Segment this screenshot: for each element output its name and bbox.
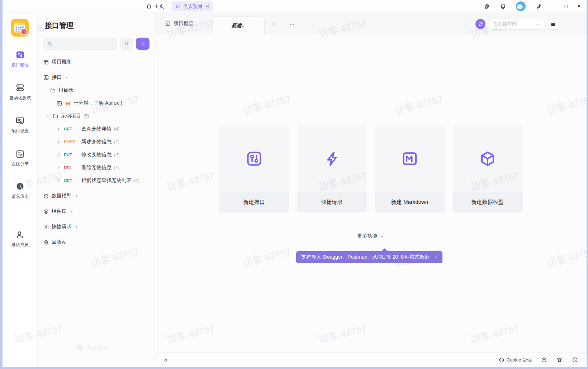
method-badge: GET — [64, 127, 79, 131]
history-help-icon[interactable] — [572, 357, 578, 363]
pin-icon[interactable] — [535, 3, 542, 10]
card-new-data-model[interactable]: 新建数据模型 — [452, 125, 523, 212]
notifications-bell-icon[interactable] — [500, 3, 506, 10]
tree-label: 接口 — [52, 74, 62, 81]
tooltip-close-icon[interactable]: × — [435, 255, 437, 260]
online-share-icon — [15, 149, 25, 159]
refresh-icon — [478, 21, 483, 27]
maximize-button[interactable]: □ — [564, 3, 567, 9]
cube-icon — [452, 125, 523, 192]
rail-item-label: 自动化测试 — [9, 95, 31, 101]
settings-gear-icon[interactable] — [484, 3, 490, 10]
theme-shirt-icon[interactable] — [556, 357, 563, 363]
card-quick-request[interactable]: 快捷请求 — [297, 125, 367, 212]
tree-item-del-delete-pet[interactable]: DEL 删除宠物信息 (1) — [38, 161, 155, 174]
new-tab-button[interactable] — [269, 19, 279, 29]
home-tab[interactable]: 主页 — [146, 3, 164, 10]
filter-button[interactable] — [120, 38, 133, 50]
caret-right-icon[interactable] — [75, 194, 79, 198]
app-logo[interactable] — [11, 19, 29, 37]
tree-count: (1) — [114, 139, 119, 144]
card-label: 新建 Markdown — [375, 192, 445, 212]
tree-item-project-overview[interactable]: 项目概览 — [38, 56, 155, 68]
search-input[interactable] — [54, 41, 114, 47]
minimize-button[interactable]: – — [551, 3, 554, 9]
chevron-right-icon[interactable] — [56, 139, 61, 144]
tree-item-component-library[interactable]: 组件库 — [38, 205, 155, 218]
rail-item-label: 在线分享 — [11, 161, 29, 167]
collapse-sidebar-button[interactable]: « — [164, 356, 167, 364]
tab-new[interactable]: 新建.. — [212, 16, 265, 34]
tree-item-markdown-doc[interactable]: 一分钟，了解 Apifox！ — [38, 97, 155, 110]
main-content: 新建接口 快捷请求 新建 Markdown 新建数据模型 — [155, 34, 587, 353]
updates-icon[interactable] — [541, 357, 547, 363]
caret-right-icon[interactable] — [75, 225, 79, 229]
search-box[interactable] — [43, 38, 117, 50]
chevron-down-icon — [380, 234, 384, 239]
funnel-icon — [124, 41, 129, 47]
chevron-right-icon[interactable] — [56, 165, 61, 170]
card-new-markdown[interactable]: 新建 Markdown — [375, 125, 445, 212]
brand-watermark: Apifox — [76, 343, 110, 352]
tree-item-data-models[interactable]: 数据模型 — [38, 190, 155, 202]
tab-separator — [168, 4, 168, 9]
card-label: 新建数据模型 — [452, 192, 523, 212]
tree-item-quick-request[interactable]: 快捷请求 — [38, 220, 155, 233]
tree-item-recycle-bin[interactable]: 回收站 — [38, 236, 155, 249]
close-button[interactable]: × — [577, 3, 581, 10]
tree-item-get-pet-detail[interactable]: GET 查询宠物详情 (4) — [38, 123, 155, 135]
bolt-icon — [297, 125, 367, 192]
tree-item-post-create-pet[interactable]: POST 新建宠物信息 (1) — [38, 135, 155, 148]
environment-select[interactable]: 请选择环境 — [489, 19, 544, 30]
environment-menu-button[interactable] — [547, 19, 559, 30]
more-features-toggle[interactable]: 更多功能 — [155, 233, 587, 239]
main-tabbar: 项目概览 新建.. 请选择环境 — [155, 13, 587, 34]
sidebar-title: 接口管理 — [38, 13, 155, 30]
method-badge: POST — [64, 140, 79, 144]
caret-right-icon[interactable] — [70, 210, 74, 214]
tab-more-button[interactable] — [287, 19, 297, 29]
chevron-right-icon[interactable] — [56, 126, 61, 131]
rail-item-api-manage[interactable]: 接口管理 — [3, 50, 38, 68]
tree-count: (4) — [114, 126, 119, 131]
home-tab-label: 主页 — [154, 3, 164, 10]
caret-down-icon[interactable] — [65, 76, 69, 80]
statusbar: « Cookie 管理 — [155, 353, 587, 367]
project-tab[interactable]: 个人项目 × — [172, 1, 213, 11]
api-icon — [43, 75, 49, 81]
project-settings-icon — [15, 116, 25, 125]
request-history-icon — [15, 182, 25, 191]
rail-item-invite-members[interactable]: 邀请成员 — [3, 230, 38, 248]
tree-count: (2) — [114, 152, 119, 157]
rail-item-project-settings[interactable]: 项目设置 — [3, 116, 38, 134]
tree-item-example-project[interactable]: 示例项目 (5) — [38, 110, 155, 123]
cookie-manager-button[interactable]: Cookie 管理 — [499, 357, 532, 363]
tree-item-root-folder[interactable]: 根目录 — [38, 84, 155, 97]
chevron-down-icon[interactable] — [45, 114, 50, 119]
tree-item-put-update-pet[interactable]: PUT 修改宠物信息 (2) — [38, 148, 155, 161]
add-button[interactable] — [136, 38, 150, 50]
home-icon — [146, 3, 152, 9]
titlebar-controls: – □ × — [484, 1, 587, 11]
import-tooltip: 支持导入 Swagger、Postman、cURL 等 20 多种格式数据 × — [296, 251, 442, 263]
tab-label: 项目概览 — [174, 20, 194, 27]
chevron-right-icon[interactable] — [56, 152, 61, 157]
folder-icon — [52, 113, 58, 119]
project-tab-label: 个人项目 — [183, 3, 203, 10]
search-icon — [47, 41, 52, 47]
rail-item-automation[interactable]: 自动化测试 — [3, 83, 38, 101]
tree-item-apis[interactable]: 接口 — [38, 71, 155, 84]
chevron-right-icon[interactable] — [56, 178, 61, 183]
tree-item-get-pet-list[interactable]: GET 根据状态查找宠物列表 (2) — [38, 174, 155, 187]
statusbar-right: Cookie 管理 — [499, 357, 587, 363]
tab-project-overview[interactable]: 项目概览 — [159, 13, 199, 34]
rail-item-online-share[interactable]: 在线分享 — [3, 149, 38, 167]
user-avatar[interactable] — [516, 1, 526, 11]
chevron-down-icon — [536, 22, 540, 27]
rail-item-request-history[interactable]: 请求历史 — [3, 182, 38, 200]
project-tab-close-icon[interactable]: × — [206, 4, 209, 9]
card-new-api[interactable]: 新建接口 — [219, 125, 289, 212]
bolt-box-icon — [43, 224, 49, 230]
sync-button[interactable] — [475, 19, 485, 29]
tooltip-arrow — [381, 248, 388, 254]
